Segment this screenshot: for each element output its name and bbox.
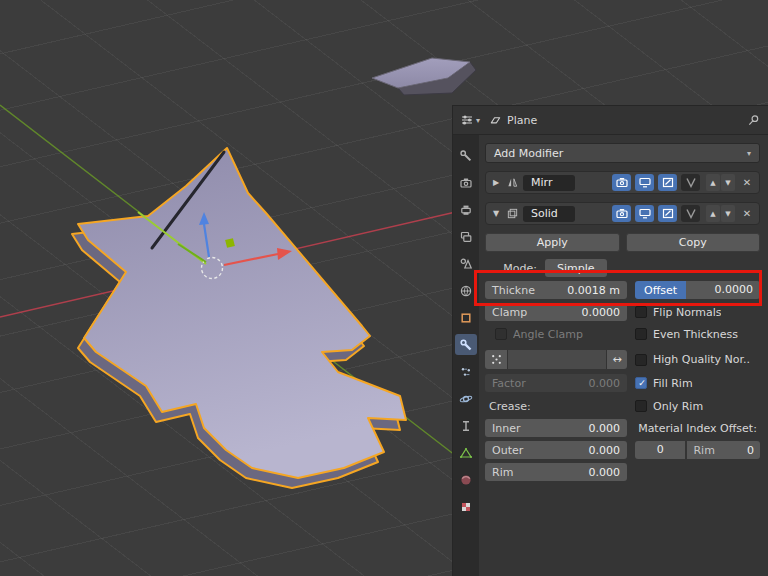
tab-object-data[interactable] <box>455 442 477 463</box>
vertex-group-icon[interactable] <box>485 350 508 369</box>
vertex-group-selector[interactable]: ↔ <box>485 350 627 369</box>
solidify-modifier-icon <box>506 207 519 220</box>
fill-rim-checkbox[interactable]: Fill Rim <box>635 377 760 390</box>
apply-button[interactable]: Apply <box>485 233 620 252</box>
properties-tab-strip <box>453 135 479 576</box>
plane-object-icon <box>489 114 502 127</box>
wing-mesh[interactable] <box>372 58 476 95</box>
collapse-arrow-icon[interactable]: ▼ <box>490 209 502 218</box>
crease-row: Crease: Only Rim <box>485 397 760 415</box>
even-thickness-checkbox[interactable]: Even Thickness <box>635 328 760 341</box>
breadcrumb[interactable]: Plane <box>489 114 537 127</box>
mirror-move-down-button[interactable]: ▼ <box>721 174 735 191</box>
crease-label: Crease: <box>485 400 531 413</box>
inner-row: Inner 0.000 Material Index Offset: <box>485 419 760 437</box>
mirror-modifier-icon <box>506 176 519 189</box>
solidify-modifier-name-field[interactable]: Solid <box>523 206 575 222</box>
breadcrumb-object-name: Plane <box>507 114 537 127</box>
checkbox-icon <box>495 328 507 340</box>
editor-type-button[interactable]: ▾ <box>457 111 483 129</box>
solidify-realtime-toggle[interactable] <box>635 205 654 222</box>
thickness-field[interactable]: Thickne 0.0018 m <box>485 281 627 299</box>
material-index-offset-label: Material Index Offset: <box>635 422 760 435</box>
flip-normals-checkbox[interactable]: Flip Normals <box>635 306 760 319</box>
expand-arrow-icon[interactable]: ▶ <box>490 178 502 187</box>
tab-output[interactable] <box>455 199 477 220</box>
factor-row: Factor 0.000 Fill Rim <box>485 374 760 392</box>
chevron-down-icon: ▾ <box>476 116 480 125</box>
outer-row: Outer 0.000 0 Rim 0 <box>485 441 760 459</box>
crease-inner-field[interactable]: Inner 0.000 <box>485 419 627 437</box>
tab-material[interactable] <box>455 469 477 490</box>
solidify-move-up-button[interactable]: ▲ <box>706 205 720 222</box>
properties-editor: ▾ Plane <box>452 105 768 576</box>
solidify-delete-button[interactable]: ✕ <box>739 208 755 219</box>
solidify-move-down-button[interactable]: ▼ <box>721 205 735 222</box>
add-modifier-dropdown[interactable]: Add Modifier ▾ <box>485 143 760 163</box>
copy-button[interactable]: Copy <box>626 233 761 252</box>
mirror-cage-toggle[interactable] <box>681 174 700 191</box>
high-quality-normals-checkbox[interactable]: High Quality Nor.. <box>635 353 760 366</box>
properties-header: ▾ Plane <box>453 106 768 135</box>
crease-rim-field[interactable]: Rim 0.000 <box>485 463 627 481</box>
angle-clamp-row: Angle Clamp Even Thickness <box>485 325 760 343</box>
mode-label: Mode: <box>485 262 537 275</box>
add-modifier-label: Add Modifier <box>494 147 747 160</box>
invert-vertex-group-icon[interactable]: ↔ <box>606 350 627 369</box>
tab-object[interactable] <box>455 307 477 328</box>
tab-tool[interactable] <box>455 145 477 166</box>
material-offset-field[interactable]: 0 <box>635 441 685 459</box>
material-rim-offset-field[interactable]: Rim 0 <box>687 441 760 459</box>
tab-view-layer[interactable] <box>455 226 477 247</box>
vertex-group-field[interactable] <box>508 350 606 369</box>
angle-clamp-checkbox[interactable]: Angle Clamp <box>485 328 627 341</box>
mirror-realtime-toggle[interactable] <box>635 174 654 191</box>
modifier-panel-content: Add Modifier ▾ ▶ Mirr <box>479 135 768 576</box>
only-rim-checkbox[interactable]: Only Rim <box>635 400 760 413</box>
mirror-editmode-toggle[interactable] <box>658 174 677 191</box>
vertex-group-row: ↔ High Quality Nor.. <box>485 350 760 369</box>
tab-render[interactable] <box>455 172 477 193</box>
tab-texture[interactable] <box>455 496 477 517</box>
checkbox-icon <box>635 400 647 412</box>
thickness-offset-row: Thickne 0.0018 m Offset 0.0000 <box>485 281 760 299</box>
mode-row: Mode: Simple <box>485 259 760 277</box>
offset-field[interactable]: Offset 0.0000 <box>635 281 760 299</box>
mirror-modifier-name-field[interactable]: Mirr <box>523 175 575 191</box>
solidify-modifier-header: ▼ Solid ▲ <box>485 202 760 225</box>
checkbox-icon <box>635 306 647 318</box>
solidify-cage-toggle[interactable] <box>681 205 700 222</box>
chevron-down-icon: ▾ <box>747 149 751 158</box>
checkbox-icon <box>635 354 647 366</box>
tab-particles[interactable] <box>455 361 477 382</box>
rim-row: Rim 0.000 <box>485 463 760 481</box>
pin-icon[interactable] <box>747 114 760 127</box>
crease-outer-field[interactable]: Outer 0.000 <box>485 441 627 459</box>
mode-dropdown[interactable]: Simple <box>545 259 607 277</box>
mirror-render-toggle[interactable] <box>612 174 631 191</box>
tab-modifiers[interactable] <box>455 334 477 355</box>
clamp-row: Clamp 0.0000 Flip Normals <box>485 303 760 321</box>
mirror-move-up-button[interactable]: ▲ <box>706 174 720 191</box>
mirror-modifier-header: ▶ Mirr ▲ <box>485 171 760 194</box>
tab-physics[interactable] <box>455 388 477 409</box>
factor-field[interactable]: Factor 0.000 <box>485 374 627 392</box>
mirror-delete-button[interactable]: ✕ <box>739 177 755 188</box>
tab-world[interactable] <box>455 280 477 301</box>
clamp-field[interactable]: Clamp 0.0000 <box>485 303 627 321</box>
solidify-editmode-toggle[interactable] <box>658 205 677 222</box>
checkbox-icon <box>635 328 647 340</box>
tab-constraints[interactable] <box>455 415 477 436</box>
tab-scene[interactable] <box>455 253 477 274</box>
checkbox-checked-icon <box>635 377 647 389</box>
solidify-render-toggle[interactable] <box>612 205 631 222</box>
jet-mesh[interactable] <box>78 148 406 478</box>
properties-editor-icon <box>460 113 474 127</box>
